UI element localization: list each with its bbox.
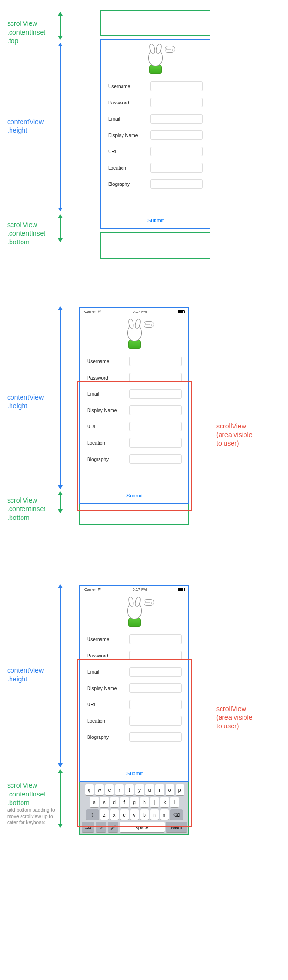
field-label: Location (87, 718, 125, 724)
form-row-email: Email (80, 387, 188, 401)
key-x[interactable]: x (110, 809, 119, 820)
key-emoji-icon[interactable]: ☺ (96, 822, 106, 832)
password-input[interactable] (150, 98, 203, 107)
email-input[interactable] (129, 667, 182, 677)
form-row-email: Email (101, 112, 210, 126)
key-s[interactable]: s (100, 797, 109, 807)
speech-bubble-icon: howdy (165, 46, 175, 53)
biography-input[interactable] (129, 732, 182, 742)
field-label: Display Name (87, 408, 125, 413)
key-y[interactable]: y (135, 784, 144, 795)
form-row-display: Display Name (80, 681, 188, 695)
url-input[interactable] (150, 147, 203, 156)
form-row-url: URL (80, 698, 188, 711)
key-d[interactable]: d (110, 797, 119, 807)
inset-bottom-box (79, 504, 189, 525)
display-name-input[interactable] (150, 130, 203, 140)
status-bar: Carrier 6:17 PM (80, 308, 188, 315)
location-input[interactable] (129, 438, 182, 448)
label-inset-bottom: scrollView .contentInset .bottom (7, 781, 45, 807)
key-o[interactable]: o (166, 784, 174, 795)
location-input[interactable] (129, 716, 182, 726)
username-input[interactable] (129, 357, 182, 366)
key-p[interactable]: p (176, 784, 184, 795)
key-b[interactable]: b (140, 809, 149, 820)
wifi-icon (98, 587, 101, 592)
inset-bottom-note: add bottom padding to move scrollview up… (7, 807, 60, 826)
form-row-password: Password (101, 96, 210, 109)
avatar-container: howdy (101, 40, 210, 80)
battery-icon (178, 588, 185, 591)
arrow-inset-top (60, 12, 61, 39)
key-r[interactable]: r (115, 784, 124, 795)
key-u[interactable]: u (145, 784, 154, 795)
key-c[interactable]: c (120, 809, 129, 820)
field-label: Biography (87, 457, 125, 462)
phone-mock: Carrier 6:17 PM howdy Username Password … (79, 307, 288, 525)
display-name-input[interactable] (129, 683, 182, 693)
avatar-image: howdy (122, 600, 147, 630)
display-name-input[interactable] (129, 405, 182, 415)
key-n[interactable]: n (150, 809, 159, 820)
key-t[interactable]: t (125, 784, 134, 795)
key-shift[interactable]: ⇧ (86, 809, 99, 820)
content-view: howdy Username Password Email Display Na… (100, 39, 210, 229)
form-row-email: Email (80, 665, 188, 679)
key-k[interactable]: k (160, 797, 169, 807)
key-a[interactable]: a (90, 797, 99, 807)
key-z[interactable]: z (100, 809, 109, 820)
key-123[interactable]: 123 (82, 822, 94, 832)
content-view: Carrier 6:17 PM howdy Username Password … (79, 585, 189, 782)
key-h[interactable]: h (140, 797, 149, 807)
phone-mock: Carrier 6:17 PM howdy Username Password … (79, 585, 288, 835)
url-input[interactable] (129, 422, 182, 431)
label-content-height: contentView .height (7, 117, 44, 135)
username-input[interactable] (150, 81, 203, 91)
key-l[interactable]: l (170, 797, 179, 807)
diagram-3: contentView .height scrollView .contentI… (0, 585, 288, 843)
form-row-location: Location (101, 161, 210, 174)
email-input[interactable] (129, 389, 182, 399)
field-label: Biography (108, 182, 146, 187)
key-return[interactable]: return (166, 822, 187, 832)
key-q[interactable]: q (85, 784, 94, 795)
submit-button[interactable]: Submit (126, 771, 143, 776)
key-f[interactable]: f (120, 797, 129, 807)
url-input[interactable] (129, 700, 182, 709)
keyboard-row-3: ⇧ z x c v b n m ⌫ (82, 809, 187, 820)
keyboard: q w e r t y u i o p a s d f g h j k l (79, 782, 189, 835)
key-space[interactable]: space (120, 822, 165, 832)
form-row-username: Username (80, 633, 188, 646)
inset-top-box (100, 10, 210, 36)
biography-input[interactable] (129, 454, 182, 464)
biography-input[interactable] (150, 179, 203, 189)
field-label: Display Name (87, 686, 125, 691)
submit-button[interactable]: Submit (126, 493, 143, 498)
field-label: Biography (87, 735, 125, 740)
submit-button[interactable]: Submit (147, 218, 164, 223)
avatar-image: howdy (143, 47, 168, 77)
field-label: Email (87, 669, 125, 675)
key-mic-icon[interactable]: 🎤 (108, 822, 118, 832)
password-input[interactable] (129, 651, 182, 660)
label-content-height: contentView .height (7, 666, 44, 683)
key-backspace[interactable]: ⌫ (170, 809, 183, 820)
key-m[interactable]: m (160, 809, 169, 820)
key-e[interactable]: e (105, 784, 114, 795)
arrow-content-height (60, 307, 61, 489)
key-w[interactable]: w (95, 784, 104, 795)
email-input[interactable] (150, 114, 203, 124)
arrow-content-height (60, 585, 61, 767)
key-j[interactable]: j (150, 797, 159, 807)
key-g[interactable]: g (130, 797, 139, 807)
form-row-password: Password (80, 649, 188, 662)
field-label: Password (87, 653, 125, 658)
label-content-height: contentView .height (7, 393, 44, 410)
location-input[interactable] (150, 163, 203, 173)
status-time: 6:17 PM (133, 588, 147, 592)
username-input[interactable] (129, 634, 182, 644)
keyboard-row-1: q w e r t y u i o p (82, 784, 187, 795)
key-v[interactable]: v (130, 809, 139, 820)
password-input[interactable] (129, 373, 182, 382)
key-i[interactable]: i (155, 784, 164, 795)
